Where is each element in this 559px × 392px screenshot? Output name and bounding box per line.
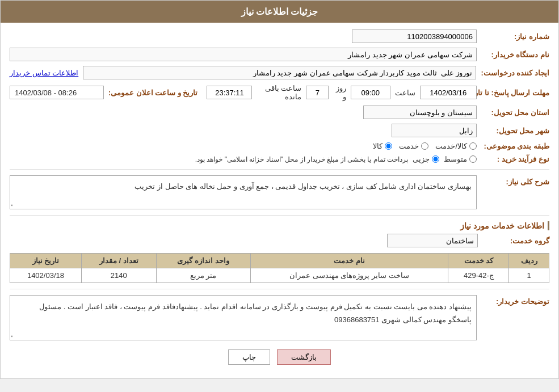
purchase-jozei-radio[interactable] bbox=[432, 155, 439, 163]
announce-value: 1402/03/08 - 08:26 bbox=[10, 86, 104, 99]
category-kala-radio[interactable] bbox=[385, 142, 392, 150]
purchase-type-label: نوع فرآیند خرید : bbox=[481, 155, 549, 163]
table-cell: 1 bbox=[509, 268, 549, 283]
announce-label: تاریخ و ساعت اعلان عمومی: bbox=[108, 88, 198, 97]
category-kala-label: کالا bbox=[373, 142, 383, 150]
deadline-time-label: ساعت bbox=[395, 88, 415, 97]
category-kala-khadamat-radio[interactable] bbox=[469, 142, 477, 150]
purchase-jozei-item[interactable]: جزیی bbox=[413, 155, 439, 163]
category-khadamat-label: خدمت bbox=[399, 142, 419, 150]
deadline-time-input bbox=[351, 86, 390, 99]
col-date: تاریخ نیاز bbox=[10, 254, 82, 268]
back-button[interactable]: بازگشت bbox=[277, 349, 331, 365]
table-cell: متر مربع bbox=[156, 268, 250, 283]
category-khadamat-radio[interactable] bbox=[421, 142, 428, 150]
days-label: روز و bbox=[333, 84, 346, 101]
buyer-org-label: نام دستگاه خریدار: bbox=[481, 50, 549, 59]
divider-1 bbox=[10, 169, 549, 170]
purchase-note: پرداخت تمام یا بخشی از مبلغ خریدار از مح… bbox=[195, 155, 408, 163]
col-code: کد خدمت bbox=[448, 254, 509, 268]
deadline-date-input bbox=[420, 86, 477, 99]
creator-label: ایجاد کننده درخواست: bbox=[481, 69, 549, 77]
services-section: ردیف کد خدمت نام خدمت واحد اندازه گیری ت… bbox=[10, 253, 549, 283]
recommendations-label: توضیحات خریدار: bbox=[481, 295, 549, 306]
table-cell: ج-42-429 bbox=[448, 268, 509, 283]
need-number-input bbox=[352, 29, 477, 43]
remaining-input bbox=[207, 86, 252, 99]
col-unit: واحد اندازه گیری bbox=[156, 254, 250, 268]
days-input bbox=[306, 86, 329, 99]
purchase-motovaset-radio[interactable] bbox=[469, 155, 477, 163]
creator-input bbox=[83, 66, 476, 79]
table-cell: 2140 bbox=[81, 268, 156, 283]
print-button[interactable]: چاپ bbox=[228, 349, 270, 365]
recommendations-box: پیشنهاد دهنده می بایست نسبت به تکمیل فرم… bbox=[10, 295, 477, 340]
category-kala-khadamat-item[interactable]: کالا/خدمت bbox=[435, 142, 477, 150]
category-label: طبقه بندی موضوعی: bbox=[481, 142, 549, 150]
divider-2 bbox=[10, 215, 549, 216]
city-input bbox=[392, 124, 477, 137]
need-desc-label: شرح کلی نیاز: bbox=[481, 175, 549, 186]
deadline-label: مهلت ارسال پاسخ: تا تاریخ: bbox=[481, 88, 549, 97]
services-section-title: اطلاعات خدمات مورد نیاز bbox=[10, 221, 549, 230]
table-cell: ساخت سایر پروژه‌های مهندسی عمران bbox=[250, 268, 448, 283]
category-radio-group: کالا/خدمت خدمت کالا bbox=[373, 142, 477, 150]
need-desc-box: بهسازی ساختمان اداری شامل کف سازی ، تخری… bbox=[10, 175, 477, 209]
buyer-org-input bbox=[10, 48, 477, 61]
city-label: شهر محل تحویل: bbox=[481, 127, 549, 135]
category-khadamat-item[interactable]: خدمت bbox=[399, 142, 428, 150]
purchase-type-group: متوسط جزیی پرداخت تمام یا بخشی از مبلغ خ… bbox=[195, 155, 477, 163]
need-desc-wrapper: بهسازی ساختمان اداری شامل کف سازی ، تخری… bbox=[10, 175, 477, 209]
need-number-label: شماره نیاز: bbox=[481, 32, 549, 41]
category-kala-item[interactable]: کالا bbox=[373, 142, 392, 150]
services-table: ردیف کد خدمت نام خدمت واحد اندازه گیری ت… bbox=[10, 253, 549, 283]
resize-icon: ▪ bbox=[11, 202, 13, 208]
col-name: نام خدمت bbox=[250, 254, 448, 268]
province-label: استان محل تحویل: bbox=[481, 108, 549, 117]
category-kala-khadamat-label: کالا/خدمت bbox=[435, 142, 467, 150]
col-qty: تعداد / مقدار bbox=[81, 254, 156, 268]
service-group-input bbox=[387, 234, 478, 247]
purchase-jozei-label: جزیی bbox=[413, 155, 430, 163]
remaining-label: ساعت باقی مانده bbox=[257, 84, 301, 101]
service-group-label: گروه خدمت: bbox=[481, 237, 549, 245]
purchase-motovaset-label: متوسط bbox=[444, 155, 467, 163]
resize-icon-2: ▪ bbox=[11, 333, 13, 339]
purchase-motovaset-item[interactable]: متوسط bbox=[444, 155, 477, 163]
buttons-row: بازگشت چاپ bbox=[10, 349, 549, 365]
table-cell: 1402/03/18 bbox=[10, 268, 82, 283]
table-row: 1ج-42-429ساخت سایر پروژه‌های مهندسی عمرا… bbox=[10, 268, 549, 283]
header-title: جزئیات اطلاعات نیاز bbox=[241, 7, 318, 16]
divider-3 bbox=[10, 289, 549, 289]
page-header: جزئیات اطلاعات نیاز bbox=[1, 1, 558, 23]
province-input bbox=[363, 106, 477, 119]
contact-info-link[interactable]: اطلاعات تماس خریدار bbox=[10, 69, 78, 77]
recommendations-wrapper: پیشنهاد دهنده می بایست نسبت به تکمیل فرم… bbox=[10, 295, 477, 340]
col-row: ردیف bbox=[509, 254, 549, 268]
